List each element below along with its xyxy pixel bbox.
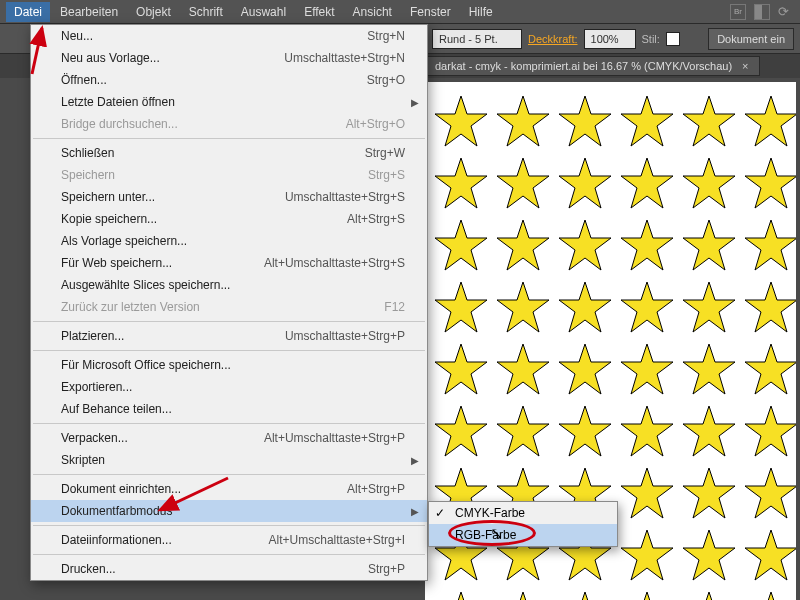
star-shape bbox=[495, 156, 551, 212]
star-shape bbox=[557, 94, 613, 150]
menu-item[interactable]: Drucken...Strg+P bbox=[31, 558, 427, 580]
menu-item[interactable]: Verpacken...Alt+Umschalttaste+Strg+P bbox=[31, 427, 427, 449]
star-shape bbox=[619, 342, 675, 398]
menu-item[interactable]: Kopie speichern...Alt+Strg+S bbox=[31, 208, 427, 230]
star-shape bbox=[743, 404, 796, 460]
star-shape bbox=[619, 280, 675, 336]
document-tab[interactable]: darkat - cmyk - komprimiert.ai bei 16.67… bbox=[424, 56, 760, 76]
sync-icon[interactable]: ⟳ bbox=[778, 4, 794, 20]
menu-item[interactable]: Letzte Dateien öffnen▶ bbox=[31, 91, 427, 113]
menu-schrift[interactable]: Schrift bbox=[181, 2, 231, 22]
submenu-item[interactable]: ✓CMYK-Farbe bbox=[429, 502, 617, 524]
star-shape bbox=[681, 218, 737, 274]
star-shape bbox=[619, 404, 675, 460]
star-shape bbox=[495, 218, 551, 274]
menu-fenster[interactable]: Fenster bbox=[402, 2, 459, 22]
star-shape bbox=[619, 466, 675, 522]
star-shape bbox=[743, 218, 796, 274]
opacity-field[interactable]: 100% bbox=[584, 29, 636, 49]
menu-item[interactable]: Als Vorlage speichern... bbox=[31, 230, 427, 252]
menu-item[interactable]: Für Web speichern...Alt+Umschalttaste+St… bbox=[31, 252, 427, 274]
star-shape bbox=[433, 94, 489, 150]
menu-item[interactable]: Neu aus Vorlage...Umschalttaste+Strg+N bbox=[31, 47, 427, 69]
star-shape bbox=[743, 342, 796, 398]
star-shape bbox=[433, 156, 489, 212]
arrange-icon[interactable] bbox=[754, 4, 770, 20]
star-shape bbox=[433, 218, 489, 274]
menu-item: Bridge durchsuchen...Alt+Strg+O bbox=[31, 113, 427, 135]
star-shape bbox=[743, 466, 796, 522]
star-shape bbox=[681, 280, 737, 336]
star-shape bbox=[433, 280, 489, 336]
star-shape bbox=[433, 590, 489, 600]
menu-bearbeiten[interactable]: Bearbeiten bbox=[52, 2, 126, 22]
menu-item[interactable]: Dokumentfarbmodus▶ bbox=[31, 500, 427, 522]
star-shape bbox=[743, 280, 796, 336]
star-shape bbox=[557, 590, 613, 600]
menu-item[interactable]: Skripten▶ bbox=[31, 449, 427, 471]
menu-item[interactable]: SchließenStrg+W bbox=[31, 142, 427, 164]
menu-item[interactable]: Dateiinformationen...Alt+Umschalttaste+S… bbox=[31, 529, 427, 551]
opacity-label: Deckkraft: bbox=[528, 33, 578, 45]
document-setup-button[interactable]: Dokument ein bbox=[708, 28, 794, 50]
menu-item[interactable]: Für Microsoft Office speichern... bbox=[31, 354, 427, 376]
star-shape bbox=[681, 156, 737, 212]
menu-item[interactable]: Exportieren... bbox=[31, 376, 427, 398]
star-shape bbox=[557, 156, 613, 212]
submenu-item[interactable]: RGB-Farbe bbox=[429, 524, 617, 546]
star-shape bbox=[495, 280, 551, 336]
menu-item: Zurück zur letzten VersionF12 bbox=[31, 296, 427, 318]
star-shape bbox=[557, 280, 613, 336]
star-shape bbox=[557, 342, 613, 398]
bridge-icon[interactable]: Br bbox=[730, 4, 746, 20]
star-shape bbox=[619, 528, 675, 584]
star-shape bbox=[619, 590, 675, 600]
menu-datei[interactable]: Datei bbox=[6, 2, 50, 22]
menu-item[interactable]: Öffnen...Strg+O bbox=[31, 69, 427, 91]
menu-item: SpeichernStrg+S bbox=[31, 164, 427, 186]
star-shape bbox=[495, 342, 551, 398]
stroke-profile-field[interactable]: Rund - 5 Pt. bbox=[432, 29, 522, 49]
style-label: Stil: bbox=[642, 33, 660, 45]
star-shape bbox=[619, 218, 675, 274]
star-shape bbox=[495, 590, 551, 600]
menu-item[interactable]: Auf Behance teilen... bbox=[31, 398, 427, 420]
star-shape bbox=[557, 218, 613, 274]
file-menu-dropdown: Neu...Strg+NNeu aus Vorlage...Umschaltta… bbox=[30, 24, 428, 581]
menu-effekt[interactable]: Effekt bbox=[296, 2, 342, 22]
star-shape bbox=[433, 342, 489, 398]
menu-item[interactable]: Platzieren...Umschalttaste+Strg+P bbox=[31, 325, 427, 347]
star-shape bbox=[681, 94, 737, 150]
star-shape bbox=[619, 94, 675, 150]
style-swatch[interactable] bbox=[666, 32, 680, 46]
star-shape bbox=[681, 404, 737, 460]
star-shape bbox=[495, 404, 551, 460]
color-mode-submenu: ✓CMYK-FarbeRGB-Farbe bbox=[428, 501, 618, 547]
menu-item[interactable]: Speichern unter...Umschalttaste+Strg+S bbox=[31, 186, 427, 208]
star-shape bbox=[619, 156, 675, 212]
star-shape bbox=[743, 528, 796, 584]
menu-objekt[interactable]: Objekt bbox=[128, 2, 179, 22]
menu-item[interactable]: Neu...Strg+N bbox=[31, 25, 427, 47]
star-shape bbox=[743, 94, 796, 150]
menu-hilfe[interactable]: Hilfe bbox=[461, 2, 501, 22]
menu-auswahl[interactable]: Auswahl bbox=[233, 2, 294, 22]
star-shape bbox=[681, 590, 737, 600]
close-icon[interactable]: × bbox=[742, 60, 748, 72]
star-shape bbox=[495, 94, 551, 150]
star-shape bbox=[743, 156, 796, 212]
star-shape bbox=[681, 466, 737, 522]
menu-item[interactable]: Dokument einrichten...Alt+Strg+P bbox=[31, 478, 427, 500]
star-shape bbox=[557, 404, 613, 460]
menu-ansicht[interactable]: Ansicht bbox=[345, 2, 400, 22]
menubar: Datei Bearbeiten Objekt Schrift Auswahl … bbox=[0, 0, 800, 24]
document-tab-title: darkat - cmyk - komprimiert.ai bei 16.67… bbox=[435, 60, 732, 72]
star-shape bbox=[681, 342, 737, 398]
star-shape bbox=[743, 590, 796, 600]
menu-item[interactable]: Ausgewählte Slices speichern... bbox=[31, 274, 427, 296]
star-shape bbox=[681, 528, 737, 584]
star-shape bbox=[433, 404, 489, 460]
